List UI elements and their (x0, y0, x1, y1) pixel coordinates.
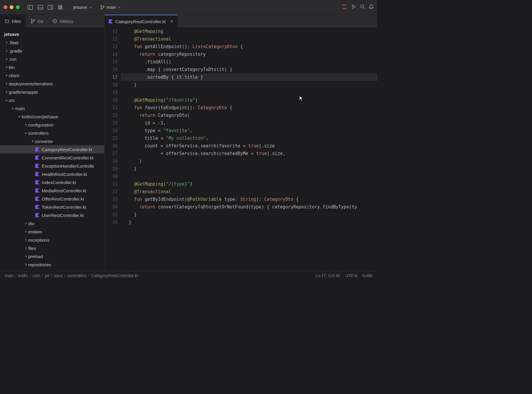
notifications-button[interactable] (369, 4, 374, 11)
tree-item[interactable]: main (0, 104, 104, 112)
code-line[interactable]: id = -1, (121, 119, 377, 127)
breadcrumb-segment[interactable]: save (54, 273, 63, 278)
editor-tab-active[interactable]: CategoryRestController.kt ✕ (105, 15, 178, 28)
tree-item[interactable]: HealthRestController.kt (0, 170, 104, 178)
code-line[interactable]: fun favoriteEndpoint(): CategoryDto { (121, 104, 377, 112)
tree-item[interactable]: .gradle (0, 47, 104, 55)
code-line[interactable]: } (121, 211, 377, 218)
tree-item-label: deployments/terraform (9, 81, 53, 86)
toggle-left-panel-button[interactable] (26, 3, 35, 11)
tree-item[interactable]: preload (0, 252, 104, 260)
search-button[interactable] (360, 4, 365, 11)
code-line[interactable]: } (121, 218, 377, 226)
tree-item[interactable]: gradle/wrapper (0, 88, 104, 96)
cursor-position[interactable]: Ln 17, Col 42 (316, 273, 340, 278)
branch-icon (100, 5, 105, 10)
tree-item[interactable]: OfferRestController.kt (0, 195, 104, 203)
tree-item[interactable]: converter (0, 137, 104, 145)
tab-history[interactable]: History (48, 15, 78, 28)
tree-item[interactable]: client (0, 71, 104, 80)
tree-item[interactable]: controllers (0, 129, 104, 137)
breadcrumb-segment[interactable]: jet (45, 273, 49, 278)
tree-item[interactable]: UserRestController.kt (0, 211, 104, 219)
tree-item[interactable]: configuration (0, 121, 104, 129)
code-line[interactable]: .map { convertCategoryToDto(it) } (121, 66, 377, 73)
tree-item[interactable]: TokenRestController.kt (0, 203, 104, 211)
tab-git[interactable]: Git (26, 15, 48, 28)
minimize-window-button[interactable] (10, 5, 14, 9)
code-line[interactable]: + offerService.search(createdByMe = true… (121, 150, 377, 157)
code-line[interactable]: fun getByIdEndpoint(@PathVariable type: … (121, 196, 377, 203)
breadcrumb-segment[interactable]: kotlin (18, 273, 28, 278)
tree-item[interactable]: repositories (0, 260, 104, 269)
close-tab-button[interactable]: ✕ (170, 19, 174, 24)
tab-files[interactable]: Files (0, 15, 26, 28)
chevron-right-icon (4, 66, 9, 69)
tree-item[interactable]: security (0, 269, 104, 271)
file-language[interactable]: Kotlin (362, 273, 373, 278)
tree-item[interactable]: src (0, 96, 104, 104)
tree-item[interactable]: entities (0, 228, 104, 236)
grid-button[interactable] (56, 3, 65, 11)
code-line[interactable]: fun getAllEndpoint(): List<CategoryDto> … (121, 43, 377, 50)
code-line[interactable]: count = offerService.search(favorite = t… (121, 142, 377, 150)
tree-item-label: UserRestController.kt (42, 213, 84, 218)
branch-selector[interactable]: main (98, 4, 123, 11)
code-content[interactable]: @GetMapping @Transactional fun getAllEnd… (121, 28, 377, 271)
tree-item[interactable]: CommentRestController.kt (0, 154, 104, 162)
file-encoding[interactable]: UTF-8 (345, 273, 357, 278)
breadcrumb-separator: / (51, 273, 52, 278)
code-line[interactable]: return CategoryDto( (121, 112, 377, 119)
tree-item[interactable]: deployments/terraform (0, 80, 104, 88)
toggle-right-panel-button[interactable] (46, 3, 55, 11)
code-line[interactable]: @GetMapping("/{type}") (121, 180, 377, 188)
maximize-window-button[interactable] (16, 5, 20, 9)
toggle-bottom-panel-button[interactable] (36, 3, 45, 11)
tree-item[interactable]: .run (0, 55, 104, 63)
code-line[interactable]: .sortedBy { it.title } (121, 73, 377, 81)
tree-item[interactable]: MediaRestController.kt (0, 186, 104, 195)
code-line[interactable]: @GetMapping("/favorite") (121, 96, 377, 104)
editor-area: CategoryRestController.kt ✕ 111213141516… (105, 15, 377, 271)
tree-item[interactable]: files (0, 244, 104, 252)
breadcrumb-segment[interactable]: com (33, 273, 40, 278)
tree-item-label: HealthRestController.kt (42, 172, 87, 177)
code-line[interactable] (121, 173, 377, 180)
breadcrumb-segment[interactable]: CategoryRestController.kt (91, 273, 138, 278)
tree-item[interactable]: bin (0, 63, 104, 71)
code-line[interactable]: @GetMapping (121, 28, 377, 35)
tree-item[interactable]: .fleet (0, 38, 104, 47)
code-line[interactable]: } (121, 165, 377, 173)
tree-item[interactable]: IndexController.kt (0, 178, 104, 186)
tree-item[interactable]: kotlin/com/jet/save (0, 112, 104, 121)
project-selector[interactable]: jetsave (71, 4, 94, 11)
tree-item[interactable]: CategoryRestController.kt (0, 145, 104, 154)
breadcrumb-segment[interactable]: controllers (67, 273, 86, 278)
code-editor[interactable]: 1112131415161718192021222324252627282930… (105, 28, 377, 271)
code-line[interactable]: type = "favorite", (121, 127, 377, 134)
code-line[interactable]: @Transactional (121, 188, 377, 196)
file-tree[interactable]: jetsave .fleet.gradle.runbinclientdeploy… (0, 28, 104, 271)
tab-git-label: Git (38, 19, 43, 24)
code-line[interactable]: .findAll() (121, 58, 377, 66)
chevron-down-icon (17, 115, 22, 118)
breadcrumb-segment[interactable]: main (5, 273, 14, 278)
close-window-button[interactable] (4, 5, 7, 9)
svg-point-10 (60, 7, 61, 8)
code-line[interactable]: ) (121, 157, 377, 165)
run-button[interactable] (351, 4, 356, 11)
sync-status-button[interactable] (342, 4, 347, 11)
tree-root[interactable]: jetsave (0, 30, 104, 38)
tree-item[interactable]: exceptions (0, 236, 104, 244)
breadcrumb[interactable]: main/kotlin/com/jet/save/controllers/Cat… (5, 273, 138, 278)
code-line[interactable]: return convertCategoryToDto(getOrNotFoun… (121, 203, 377, 211)
svg-point-15 (101, 5, 102, 6)
code-line[interactable]: return categoryRepository (121, 50, 377, 58)
tree-item[interactable]: ExceptionHandlerControlle (0, 162, 104, 170)
code-line[interactable] (121, 89, 377, 96)
code-line[interactable]: @Transactional (121, 35, 377, 43)
code-line[interactable]: } (121, 81, 377, 89)
code-line[interactable]: title = "My collection", (121, 134, 377, 142)
line-number: 35 (105, 211, 118, 218)
tree-item[interactable]: dto (0, 219, 104, 228)
